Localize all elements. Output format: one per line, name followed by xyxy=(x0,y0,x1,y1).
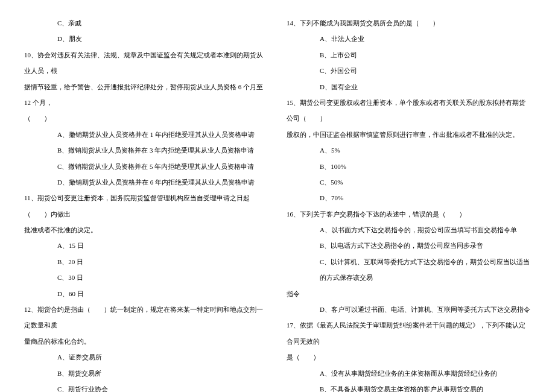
q15-option-b: B、100% xyxy=(287,159,531,174)
q12-stem-cont: 量商品的标准化合约。 xyxy=(24,334,268,349)
q12-option-b: B、期货交易所 xyxy=(24,365,268,381)
q11-option-c: C、30 日 xyxy=(24,270,268,285)
q16-option-a: A、以书面方式下达交易指令的，期货公司应当填写书面交易指令单 xyxy=(287,222,531,238)
q15-stem: 15、期货公司变更股权或者注册资本，单个股东或者有关联关系的股东拟持有期货公司（… xyxy=(287,95,531,127)
q16-option-d: D、客户可以通过书面、电话、计算机、互联网等委托方式下达交易指令 xyxy=(287,302,531,317)
q16-stem: 16、下列关于客户交易指令下达的表述中，错误的是（ ） xyxy=(287,206,531,222)
q17-option-b: B、不具备从事期货交易主体资格的客户从事期货交易的 xyxy=(287,381,531,392)
q14-option-c: C、外国公司 xyxy=(287,63,531,78)
q15-option-a: A、5% xyxy=(287,142,531,158)
q10-stem-blank: （ ） xyxy=(24,110,268,126)
q12-stem: 12、期货合约是指由（ ）统一制定的，规定在将来某一特定时间和地点交割一定数量和… xyxy=(24,302,268,334)
q14-stem: 14、下列不能成为我国期货交易所会员的是（ ） xyxy=(287,15,531,31)
q11-stem: 11、期货公司变更注册资本，国务院期货监督管理机构应当自受理申请之日起（ ）内做… xyxy=(24,190,268,222)
q16-option-c-cont: 指令 xyxy=(287,286,531,302)
q11-option-a: A、15 日 xyxy=(24,238,268,253)
q14-option-a: A、非法人企业 xyxy=(287,31,531,46)
q15-stem-cont: 股权的，中国证监会根据审慎监管原则进行审查，作出批准或者不批准的决定。 xyxy=(287,127,531,142)
q11-option-d: D、60 日 xyxy=(24,286,268,302)
q11-option-b: B、20 日 xyxy=(24,254,268,270)
q15-option-d: D、70% xyxy=(287,190,531,206)
left-column: C、亲戚 D、朋友 10、协会对违反有关法律、法规、规章及中国证监会有关规定或者… xyxy=(24,15,268,392)
q10-option-a: A、撤销期货从业人员资格并在 1 年内拒绝受理其从业人员资格申请 xyxy=(24,127,268,142)
q17-stem: 17、依据《最高人民法院关于审理期货纠纷案件若干问题的规定》，下列不能认定合同无… xyxy=(287,317,531,349)
q10-stem: 10、协会对违反有关法律、法规、规章及中国证监会有关规定或者本准则的期货从业人员… xyxy=(24,47,268,79)
right-column: 14、下列不能成为我国期货交易所会员的是（ ） A、非法人企业 B、上市公司 C… xyxy=(287,15,531,392)
q16-option-b: B、以电话方式下达交易指令的，期货公司应当同步录音 xyxy=(287,238,531,253)
q12-option-a: A、证券交易所 xyxy=(24,349,268,365)
q12-option-c: C、期货行业协会 xyxy=(24,381,268,392)
q14-option-b: B、上市公司 xyxy=(287,47,531,63)
q10-option-d: D、撤销期货从业人员资格并在 6 年内拒绝受理其从业人员资格申请 xyxy=(24,174,268,190)
q10-stem-cont: 据情节轻重，给予警告、公开通报批评纪律处分，暂停期货从业人员资格 6 个月至 1… xyxy=(24,79,268,111)
q10-option-b: B、撤销期货从业人员资格并在 3 年内拒绝受理其从业人员资格申请 xyxy=(24,142,268,158)
q9-option-d: D、朋友 xyxy=(24,31,268,46)
q17-stem-cont: 是（ ） xyxy=(287,349,531,365)
q16-option-c: C、以计算机、互联网等委托方式下达交易指令的，期货公司应当以适当的方式保存该交易 xyxy=(287,254,531,286)
q9-option-c: C、亲戚 xyxy=(24,15,268,31)
q10-option-c: C、撤销期货从业人员资格并在 5 年内拒绝受理其从业人员资格申请 xyxy=(24,159,268,174)
q17-option-a: A、没有从事期货经纪业务的主体资格而从事期货经纪业务的 xyxy=(287,365,531,381)
q11-stem-cont: 批准或者不批准的决定。 xyxy=(24,222,268,238)
q15-option-c: C、50% xyxy=(287,174,531,190)
q14-option-d: D、国有企业 xyxy=(287,79,531,95)
